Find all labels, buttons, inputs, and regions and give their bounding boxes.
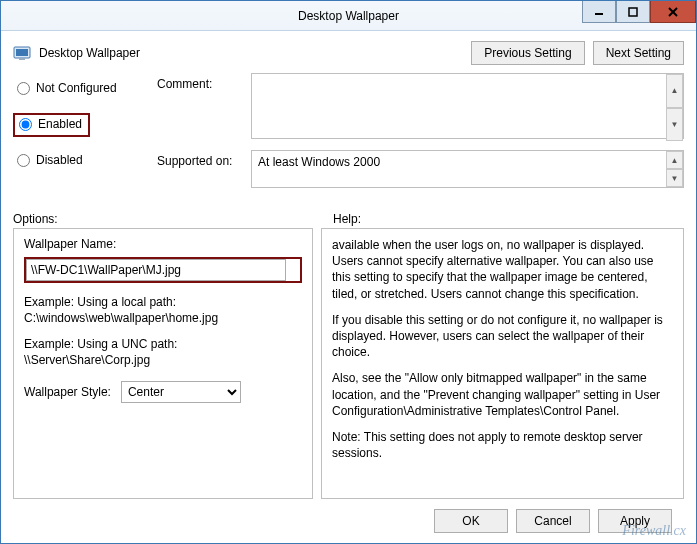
window-title: Desktop Wallpaper — [298, 9, 399, 23]
example-unc-label: Example: Using a UNC path: — [24, 337, 302, 351]
maximize-button[interactable] — [616, 1, 650, 23]
wallpaper-name-input[interactable] — [26, 259, 286, 281]
radio-not-configured-input[interactable] — [17, 82, 30, 95]
wallpaper-style-select[interactable]: Center — [121, 381, 241, 403]
supported-label: Supported on: — [157, 150, 247, 168]
scroll-up-button[interactable]: ▲ — [666, 74, 683, 108]
ok-button[interactable]: OK — [434, 509, 508, 533]
apply-button[interactable]: Apply — [598, 509, 672, 533]
help-paragraph: Also, see the "Allow only bitmapped wall… — [332, 370, 673, 419]
comment-scroll: ▲ ▼ — [666, 74, 683, 141]
titlebar: Desktop Wallpaper — [1, 1, 696, 31]
help-panel: available when the user logs on, no wall… — [321, 228, 684, 499]
enabled-highlight: Enabled — [13, 113, 90, 137]
radio-label: Disabled — [36, 153, 83, 167]
wallpaper-style-row: Wallpaper Style: Center — [24, 381, 302, 403]
nav-buttons: Previous Setting Next Setting — [471, 41, 684, 65]
help-paragraph: Note: This setting does not apply to rem… — [332, 429, 673, 461]
comment-input[interactable] — [251, 73, 684, 139]
dialog-footer: OK Cancel Apply — [13, 499, 684, 537]
example-unc-value: \\Server\Share\Corp.jpg — [24, 353, 302, 367]
radio-enabled[interactable]: Enabled — [15, 115, 86, 133]
options-label: Options: — [13, 212, 333, 226]
help-paragraph: available when the user logs on, no wall… — [332, 237, 673, 302]
scroll-down-button[interactable]: ▼ — [666, 169, 683, 187]
options-panel: Wallpaper Name: Example: Using a local p… — [13, 228, 313, 499]
svg-rect-1 — [629, 8, 637, 16]
panels-row: Wallpaper Name: Example: Using a local p… — [13, 228, 684, 499]
wallpaper-style-label: Wallpaper Style: — [24, 385, 111, 399]
example-local-value: C:\windows\web\wallpaper\home.jpg — [24, 311, 302, 325]
previous-setting-button[interactable]: Previous Setting — [471, 41, 584, 65]
help-label: Help: — [333, 212, 361, 226]
radio-not-configured[interactable]: Not Configured — [13, 79, 153, 97]
radio-disabled-input[interactable] — [17, 154, 30, 167]
wallpaper-name-label: Wallpaper Name: — [24, 237, 302, 251]
scroll-down-button[interactable]: ▼ — [666, 108, 683, 142]
supported-on-value: At least Windows 2000 — [251, 150, 684, 188]
comment-label: Comment: — [157, 73, 247, 91]
supported-field-wrap: At least Windows 2000 ▲ ▼ — [251, 150, 684, 188]
radio-label: Not Configured — [36, 81, 117, 95]
wallpaper-name-highlight — [24, 257, 302, 283]
radio-enabled-input[interactable] — [19, 118, 32, 131]
example-local-label: Example: Using a local path: — [24, 295, 302, 309]
svg-rect-6 — [19, 58, 25, 60]
cancel-button[interactable]: Cancel — [516, 509, 590, 533]
radio-disabled[interactable]: Disabled — [13, 151, 153, 169]
header-row: Desktop Wallpaper Previous Setting Next … — [13, 41, 684, 65]
scroll-up-button[interactable]: ▲ — [666, 151, 683, 169]
help-paragraph: If you disable this setting or do not co… — [332, 312, 673, 361]
state-radio-group: Not Configured Enabled Disabled — [13, 73, 153, 185]
close-button[interactable] — [650, 1, 696, 23]
minimize-button[interactable] — [582, 1, 616, 23]
dialog-body: Desktop Wallpaper Previous Setting Next … — [1, 31, 696, 543]
supported-scroll: ▲ ▼ — [666, 151, 683, 187]
window-controls — [582, 1, 696, 23]
next-setting-button[interactable]: Next Setting — [593, 41, 684, 65]
panel-labels: Options: Help: — [13, 212, 684, 226]
comment-field-wrap: ▲ ▼ — [251, 73, 684, 142]
policy-title: Desktop Wallpaper — [39, 46, 140, 60]
policy-dialog-window: Desktop Wallpaper Desktop Wallpaper — [0, 0, 697, 544]
svg-rect-5 — [16, 49, 28, 56]
settings-grid: Not Configured Enabled Disabled Comment: — [13, 73, 684, 196]
radio-label: Enabled — [38, 117, 82, 131]
policy-icon — [13, 44, 31, 62]
